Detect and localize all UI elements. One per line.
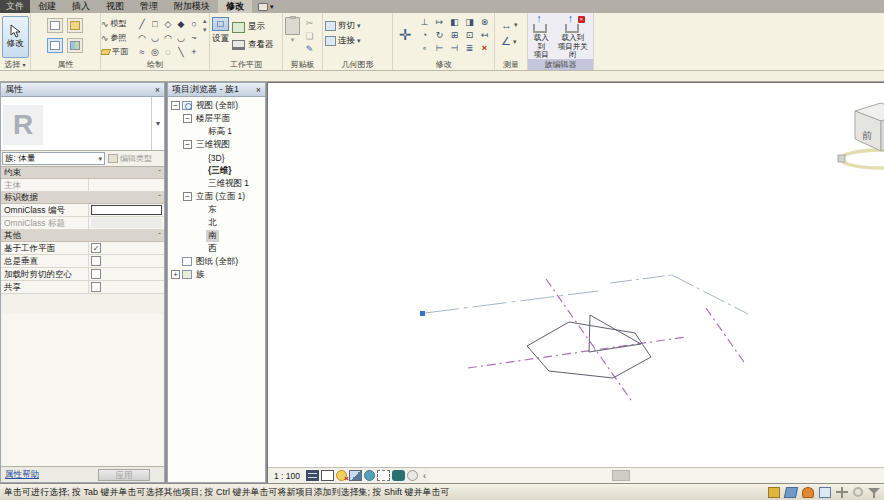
delete-tool-icon[interactable]: ×	[477, 42, 492, 55]
always-vertical-checkbox[interactable]	[91, 256, 101, 266]
view-scale-button[interactable]: 1 : 100	[268, 471, 306, 481]
press-drag-select-icon[interactable]	[836, 487, 848, 498]
trim-multiple-tool-icon[interactable]: ≣	[462, 42, 477, 55]
workplane-show-button[interactable]: 显示	[232, 20, 274, 34]
split-tool-icon[interactable]: ∘	[417, 42, 432, 55]
design-options-icon[interactable]	[802, 487, 814, 498]
tree-node-families[interactable]: + 族	[168, 268, 265, 281]
draw-model-button[interactable]: ∿模型	[101, 17, 135, 31]
offset-tool-icon[interactable]: ↦	[432, 16, 447, 29]
shared-checkbox[interactable]	[91, 282, 101, 292]
properties-title-bar[interactable]: 属性 ×	[1, 83, 164, 97]
tree-node-sheets[interactable]: 图纸 (全部)	[168, 255, 265, 268]
family-category-icon[interactable]	[67, 18, 83, 33]
viewbar-collapse-icon[interactable]: ‹	[420, 471, 429, 481]
align-tool-icon[interactable]: ⊥	[417, 16, 432, 29]
tab-addins[interactable]: 附加模块	[166, 0, 218, 13]
section-constraints[interactable]: 约束ˆ	[1, 167, 164, 179]
unpin-tool-icon[interactable]: ⊗	[477, 16, 492, 29]
cope-tool-icon[interactable]: ◔	[417, 29, 432, 42]
ellipse-tool-icon[interactable]: ◎	[148, 45, 161, 58]
reference-plane-line[interactable]	[468, 337, 686, 368]
tree-node-floor-plans[interactable]: − 楼层平面	[168, 112, 265, 125]
visibility-settings-icon[interactable]	[67, 38, 83, 53]
level-line[interactable]	[672, 275, 748, 314]
tab-file[interactable]: 文件	[0, 0, 30, 13]
reveal-hidden-elements-icon[interactable]	[407, 470, 418, 481]
circumscribed-polygon-tool-icon[interactable]: ◆	[174, 17, 187, 31]
workplane-viewer-button[interactable]: 查看器	[232, 38, 274, 52]
match-type-icon[interactable]: ✎	[303, 44, 316, 55]
omniclass-number-input[interactable]	[91, 205, 162, 215]
triangle-profile[interactable]	[589, 315, 641, 352]
workplane-based-checkbox[interactable]: ✓	[91, 243, 101, 253]
section-identity-data[interactable]: 标识数据ˆ	[1, 192, 164, 204]
scale-tool-icon[interactable]: ⊡	[462, 29, 477, 42]
tab-view[interactable]: 视图	[98, 0, 132, 13]
section-other[interactable]: 其他ˆ	[1, 230, 164, 242]
mirror-line-tool-icon[interactable]: ◨	[462, 16, 477, 29]
tree-node-views[interactable]: − 视图 (全部)	[168, 99, 265, 112]
selection-filter-icon[interactable]	[868, 487, 880, 498]
partial-ellipse-tool-icon[interactable]: ◌	[161, 45, 174, 58]
copy-icon[interactable]: ❏	[303, 31, 316, 42]
properties-close-icon[interactable]: ×	[155, 85, 160, 95]
move-tool-icon[interactable]: ✛	[395, 16, 415, 55]
worksets-icon[interactable]	[768, 487, 780, 498]
tree-node-elevations[interactable]: − 立面 (立面 1)	[168, 190, 265, 203]
tangent-arc-icon[interactable]: ◠	[161, 31, 174, 45]
horizontal-scrollbar-thumb[interactable]	[612, 470, 630, 481]
reference-plane-line[interactable]	[706, 308, 746, 365]
detail-level-icon[interactable]	[306, 470, 319, 481]
mirror-axis-tool-icon[interactable]: ◧	[447, 16, 462, 29]
properties-palette-icon[interactable]	[47, 18, 63, 33]
tree-node-3d-views[interactable]: − 三维视图	[168, 138, 265, 151]
tab-create[interactable]: 创建	[30, 0, 64, 13]
visual-style-icon[interactable]	[321, 470, 334, 481]
family-types-icon[interactable]	[47, 38, 63, 53]
level-endpoint-handle[interactable]	[420, 311, 425, 316]
compass-west-marker[interactable]	[838, 155, 845, 162]
crop-view-icon[interactable]	[364, 470, 375, 481]
viewcube-compass-ring[interactable]	[841, 150, 884, 168]
collapse-toggle-icon[interactable]: −	[183, 192, 192, 201]
background-processes-icon[interactable]	[853, 487, 863, 497]
type-selector-dropdown-icon[interactable]: ▾	[151, 97, 164, 150]
measure-angle-button[interactable]: ∠▾	[501, 35, 527, 48]
show-crop-region-icon[interactable]	[377, 470, 390, 481]
pick-lines-tool-icon[interactable]: ╲	[174, 45, 187, 58]
properties-help-link[interactable]: 属性帮助	[5, 469, 39, 481]
fillet-arc-icon[interactable]: ◡	[174, 31, 187, 45]
edit-type-button[interactable]: 编辑类型	[106, 151, 164, 166]
sun-path-icon[interactable]	[336, 470, 347, 481]
circle-tool-icon[interactable]: ○	[187, 17, 200, 31]
tree-node-3d-current[interactable]: {三维}	[168, 164, 265, 177]
paste-button[interactable]: ▾	[285, 16, 300, 55]
rotate-tool-icon[interactable]: ↻	[432, 29, 447, 42]
load-into-project-close-button[interactable]: ↑ × 载入到 项目并关闭	[556, 16, 590, 58]
draw-scroll-up-icon[interactable]: ▲	[202, 18, 208, 24]
panel-label-select[interactable]: 选择 ▾	[0, 59, 30, 70]
rectangle-tool-icon[interactable]: □	[148, 17, 161, 31]
center-ends-arc-icon[interactable]: ◡	[148, 31, 161, 45]
pin-tool-icon[interactable]: ↤	[477, 29, 492, 42]
type-selector[interactable]: R ▾	[1, 97, 164, 151]
tree-node-north[interactable]: 北	[168, 216, 265, 229]
cut-geometry-button[interactable]: 剪切 ▾	[325, 18, 390, 33]
load-into-project-button[interactable]: ↑ 载入到 项目	[531, 16, 552, 58]
point-tool-icon[interactable]: +	[187, 45, 200, 58]
tree-node-east[interactable]: 东	[168, 203, 265, 216]
extend-tool-icon[interactable]: ⊣	[447, 42, 462, 55]
draw-reference-button[interactable]: ∿参照	[101, 31, 135, 45]
tree-node-3d-view-1[interactable]: 三维视图 1	[168, 177, 265, 190]
viewcube[interactable]: 前	[837, 97, 884, 177]
drawing-area[interactable]: 前 1 : 100 ‹	[267, 82, 884, 483]
browser-title-bar[interactable]: 项目浏览器 - 族1 ×	[168, 83, 265, 97]
trim-tool-icon[interactable]: ⊢	[432, 42, 447, 55]
join-geometry-button[interactable]: 连接 ▾	[325, 33, 390, 48]
start-end-radius-arc-icon[interactable]: ◠	[135, 31, 148, 45]
collapse-toggle-icon[interactable]: −	[171, 101, 180, 110]
collapse-toggle-icon[interactable]: −	[183, 140, 192, 149]
spline-tool-icon[interactable]: ~	[187, 31, 200, 45]
modify-tool-button[interactable]: 修改	[2, 16, 29, 58]
